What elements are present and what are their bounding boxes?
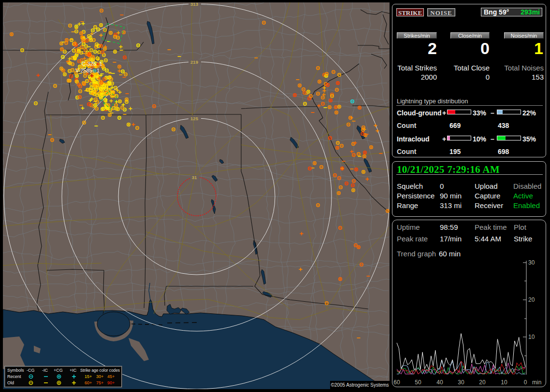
svg-text:50: 50	[415, 379, 421, 386]
svg-text:313: 313	[190, 2, 198, 7]
svg-text:0: 0	[524, 379, 527, 386]
svg-text:10: 10	[528, 334, 535, 340]
svg-text:30: 30	[458, 379, 464, 386]
svg-text:20: 20	[528, 296, 535, 303]
svg-text:219: 219	[190, 59, 198, 65]
svg-text:C-325+1: C-325+1	[82, 61, 102, 67]
svg-text:V-2585⊖1: V-2585⊖1	[75, 68, 100, 73]
svg-text:20: 20	[479, 379, 486, 386]
svg-text:40: 40	[436, 379, 443, 386]
svg-text:10: 10	[501, 379, 507, 386]
svg-text:60: 60	[393, 379, 400, 386]
svg-text:30: 30	[528, 259, 535, 266]
svg-text:min: min	[532, 379, 541, 386]
svg-text:125: 125	[190, 116, 199, 121]
svg-text:31: 31	[192, 175, 197, 180]
